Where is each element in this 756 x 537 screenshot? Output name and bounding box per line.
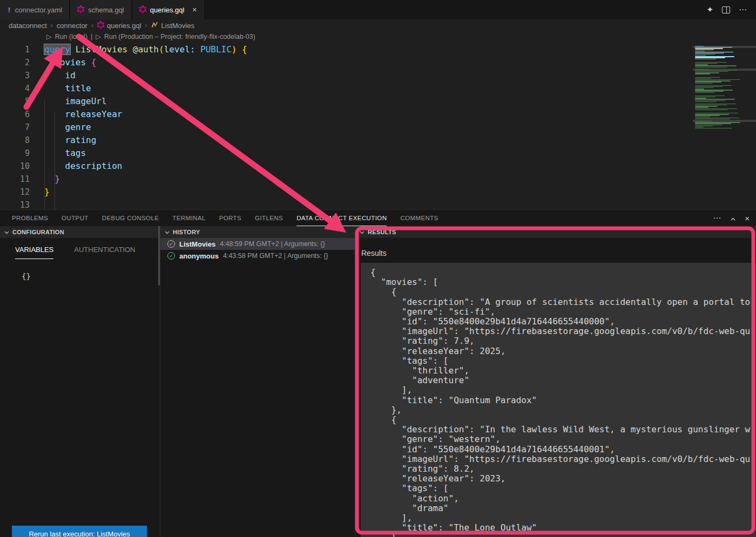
tab-label: queries.gql xyxy=(150,6,185,14)
history-entry-name: ListMovies xyxy=(179,240,215,248)
code-line: imageUrl xyxy=(44,95,691,108)
history-entry-meta: 4:43:58 PM GMT+2 | Arguments: {} xyxy=(223,252,328,260)
tab-label: schema.gql xyxy=(88,6,124,14)
code-line: description xyxy=(44,160,691,173)
line-number: 12 xyxy=(0,186,30,199)
editor-tabs: !connector.yamlschema.gqlqueries.gql× xyxy=(0,0,205,19)
panel-tab-ports[interactable]: PORTS xyxy=(219,210,241,226)
configuration-section: CONFIGURATION VARIABLESAUTHENTICATION {}… xyxy=(0,226,160,537)
run-icon: ▷ xyxy=(46,32,52,40)
line-number: 6 xyxy=(0,108,30,121)
code-line: releaseYear xyxy=(44,108,691,121)
indent-guide xyxy=(55,112,55,216)
code-line: title xyxy=(44,82,691,95)
panel-tab-output[interactable]: OUTPUT xyxy=(62,210,89,226)
code-content[interactable]: query ListMovies @auth(level: PUBLIC) { … xyxy=(44,43,691,212)
more-actions-icon[interactable]: ⋯ xyxy=(739,5,747,15)
breadcrumb-item-ListMovies[interactable]: ListMovies xyxy=(151,21,194,30)
chevron-down-icon xyxy=(4,229,9,235)
tab-queries-gql[interactable]: queries.gql× xyxy=(132,0,205,19)
configuration-tabs: VARIABLESAUTHENTICATION xyxy=(0,238,160,259)
scrollbar[interactable] xyxy=(158,226,160,286)
panel-tab-gitlens[interactable]: GITLENS xyxy=(255,210,283,226)
close-tab-icon[interactable]: × xyxy=(192,5,197,14)
results-header[interactable]: RESULTS xyxy=(355,226,756,238)
history-section: HISTORY ✓ListMovies4:48:59 PM GMT+2 | Ar… xyxy=(160,226,355,537)
line-number: 2 xyxy=(0,56,30,69)
line-number: 10 xyxy=(0,160,30,173)
panel-tab-terminal[interactable]: TERMINAL xyxy=(172,210,205,226)
breadcrumb-item-connector[interactable]: connector xyxy=(57,22,87,30)
minimap[interactable] xyxy=(693,46,756,132)
graphql-operation-icon xyxy=(151,21,159,30)
code-line: rating xyxy=(44,134,691,147)
breadcrumb-item-dataconnect[interactable]: dataconnect xyxy=(9,22,47,30)
history-entry-meta: 4:48:59 PM GMT+2 | Arguments: {} xyxy=(220,240,325,248)
status-check-icon: ✓ xyxy=(167,240,175,248)
graphql-icon xyxy=(139,5,146,15)
variables-value[interactable]: {} xyxy=(22,272,160,281)
graphql-icon xyxy=(77,5,84,15)
codelens-separator: | xyxy=(91,33,92,40)
chevron-down-icon xyxy=(165,229,170,235)
code-line: id xyxy=(44,69,691,82)
tab-label: connector.yaml xyxy=(15,6,62,14)
editor-actions: ✦ ⋯ xyxy=(706,0,756,19)
line-number: 3 xyxy=(0,69,30,82)
history-row[interactable]: ✓anonymous4:43:58 PM GMT+2 | Arguments: … xyxy=(160,250,355,262)
line-number: 8 xyxy=(0,134,30,147)
run-production-link[interactable]: Run (Production – Project: friendly-flix… xyxy=(104,33,255,40)
results-title: RESULTS xyxy=(368,229,396,235)
line-number: 11 xyxy=(0,173,30,186)
maximize-panel-icon[interactable] xyxy=(731,213,735,223)
line-number: 1 xyxy=(0,43,30,56)
results-section: RESULTS Results { "movies": [ { "descrip… xyxy=(355,226,756,537)
panel-tab-debug-console[interactable]: DEBUG CONSOLE xyxy=(102,210,159,226)
config-tab-authentication[interactable]: AUTHENTICATION xyxy=(74,246,135,259)
copilot-icon[interactable]: ✦ xyxy=(706,5,713,15)
highlighted-word: query xyxy=(44,44,70,55)
breadcrumb: dataconnect›connector›queries.gql›ListMo… xyxy=(0,19,756,31)
code-line: genre xyxy=(44,121,691,134)
code-line: } xyxy=(44,186,691,199)
code-line: query ListMovies @auth(level: PUBLIC) { xyxy=(44,43,691,56)
close-panel-icon[interactable]: × xyxy=(745,214,750,223)
panel-tab-comments[interactable]: COMMENTS xyxy=(400,210,438,226)
results-json-box[interactable]: { "movies": [ { "description": "A group … xyxy=(361,263,756,537)
line-number: 5 xyxy=(0,95,30,108)
breadcrumb-separator: › xyxy=(51,22,53,29)
configuration-header[interactable]: CONFIGURATION xyxy=(0,226,160,238)
configuration-title: CONFIGURATION xyxy=(12,229,64,235)
yaml-warning-icon: ! xyxy=(7,6,11,14)
history-title: HISTORY xyxy=(173,229,200,235)
code-editor[interactable]: ▷ Run (local) | ▷ Run (Production – Proj… xyxy=(0,31,756,209)
run-icon: ▷ xyxy=(96,32,101,40)
editor-tab-bar: !connector.yamlschema.gqlqueries.gql× ✦ … xyxy=(0,0,756,19)
split-editor-icon[interactable] xyxy=(722,6,730,13)
breadcrumb-separator: › xyxy=(91,22,93,29)
rerun-button[interactable]: Rerun last execution: ListMovies xyxy=(12,526,147,537)
panel-tab-problems[interactable]: PROBLEMS xyxy=(12,210,48,226)
chevron-down-icon xyxy=(360,229,364,235)
tab-schema-gql[interactable]: schema.gql xyxy=(70,0,132,19)
bottom-panel: PROBLEMSOUTPUTDEBUG CONSOLETERMINALPORTS… xyxy=(0,209,756,537)
panel-tab-data-connect-execution[interactable]: DATA CONNECT EXECUTION xyxy=(296,210,387,226)
results-heading: Results xyxy=(361,249,387,257)
panel-body: CONFIGURATION VARIABLESAUTHENTICATION {}… xyxy=(0,226,756,537)
config-tab-variables[interactable]: VARIABLES xyxy=(15,246,53,259)
panel-tab-bar: PROBLEMSOUTPUTDEBUG CONSOLETERMINALPORTS… xyxy=(0,210,756,226)
history-entry-name: anonymous xyxy=(179,252,219,260)
breadcrumb-item-queries-gql[interactable]: queries.gql xyxy=(97,21,141,30)
history-row[interactable]: ✓ListMovies4:48:59 PM GMT+2 | Arguments:… xyxy=(160,238,355,250)
line-number: 4 xyxy=(0,82,30,95)
codelens: ▷ Run (local) | ▷ Run (Production – Proj… xyxy=(46,32,255,40)
breadcrumb-separator: › xyxy=(145,22,147,29)
panel-actions: ⋯ × xyxy=(713,210,750,226)
tab-connector-yaml[interactable]: !connector.yaml xyxy=(0,0,70,19)
history-list: ✓ListMovies4:48:59 PM GMT+2 | Arguments:… xyxy=(160,238,355,262)
panel-more-icon[interactable]: ⋯ xyxy=(713,213,721,223)
run-local-link[interactable]: Run (local) xyxy=(55,33,87,40)
code-line: movies { xyxy=(44,56,691,69)
history-header[interactable]: HISTORY xyxy=(160,226,355,238)
graphql-icon xyxy=(97,21,104,30)
